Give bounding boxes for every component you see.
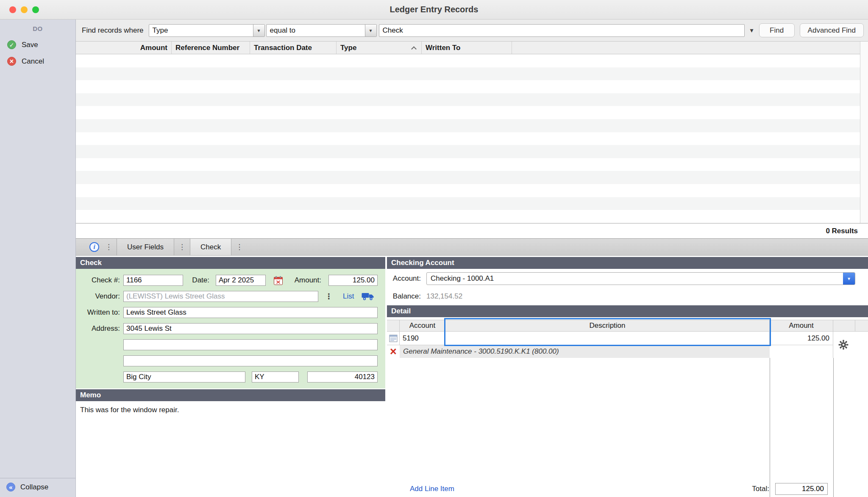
balance-label: Balance:	[390, 292, 421, 301]
line-item-amount-field[interactable]: 125.00	[770, 332, 833, 345]
detail-section-header: Detail	[387, 305, 868, 317]
table-row[interactable]	[76, 171, 868, 184]
check-section-header: Check	[76, 257, 385, 269]
column-divider	[770, 358, 770, 497]
collapse-button-label: Collapse	[20, 483, 48, 491]
sort-ascending-icon	[411, 46, 417, 52]
address-line3-field[interactable]	[123, 355, 378, 366]
spreadsheet-icon	[389, 335, 398, 342]
layout-tab-bar: i ⋮ User Fields ⋮ Check ⋮	[76, 239, 868, 256]
delete-line-item-cell: ×	[387, 345, 400, 358]
hint-row-amount-cell	[770, 345, 833, 358]
collapse-chevrons-icon: «	[6, 483, 15, 491]
results-scrollbar[interactable]	[860, 42, 868, 223]
table-row[interactable]	[76, 132, 868, 145]
save-button[interactable]: ✓ Save	[0, 36, 75, 53]
collapse-button[interactable]: « Collapse	[0, 478, 75, 497]
state-field[interactable]	[252, 371, 299, 383]
vertical-dots-icon: ⋮	[101, 239, 117, 255]
close-window-button[interactable]	[9, 6, 16, 13]
date-field[interactable]	[216, 275, 266, 286]
column-header-amount[interactable]: Amount	[76, 42, 172, 54]
calendar-icon[interactable]	[273, 276, 283, 285]
cancel-button[interactable]: × Cancel	[0, 53, 75, 70]
table-row[interactable]	[76, 93, 868, 106]
find-field-select[interactable]: Type ▾	[149, 24, 265, 37]
line-item-hint-row: × General Maintenance - 3000.5190.K.K1 (…	[387, 345, 868, 358]
vendor-list-link[interactable]: List	[343, 292, 354, 301]
checking-account-panel: Checking Account Account: Checking - 100…	[387, 257, 868, 497]
table-row[interactable]	[76, 158, 868, 171]
results-table-header: Amount Reference Number Transaction Date…	[76, 42, 868, 54]
find-button[interactable]: Find	[759, 23, 795, 37]
vertical-dots-icon: ⋮	[231, 239, 247, 255]
city-field[interactable]	[123, 371, 245, 383]
table-row[interactable]	[76, 210, 868, 223]
detail-header-icon-col	[387, 320, 400, 331]
find-operator-select[interactable]: equal to ▾	[266, 24, 377, 37]
line-item-detail-icon-cell[interactable]	[387, 332, 400, 345]
app-body: DO ✓ Save × Cancel « Collapse Find recor…	[0, 20, 868, 497]
find-value-input[interactable]	[379, 24, 745, 37]
results-count: 0 Results	[826, 227, 858, 235]
table-row[interactable]	[76, 145, 868, 158]
check-number-field[interactable]	[123, 275, 183, 286]
window-title: Ledger Entry Records	[0, 5, 868, 14]
zoom-window-button[interactable]	[32, 6, 39, 13]
info-badge[interactable]: i	[76, 239, 101, 255]
detail-footer: Add Line Item Total:	[387, 481, 868, 497]
tab-check-label: Check	[200, 243, 221, 251]
table-row[interactable]	[76, 80, 868, 93]
table-row[interactable]	[76, 106, 868, 119]
column-header-transaction-date[interactable]: Transaction Date	[250, 42, 337, 54]
table-row[interactable]	[76, 197, 868, 210]
zip-field[interactable]	[307, 371, 378, 383]
vendor-label: Vendor:	[76, 292, 123, 301]
check-number-label: Check #:	[76, 276, 123, 285]
amount-field[interactable]	[328, 275, 378, 286]
line-item-account-field[interactable]: 5190	[400, 332, 445, 345]
column-divider	[833, 358, 834, 497]
table-row[interactable]	[76, 67, 868, 81]
column-header-written-to[interactable]: Written To	[422, 42, 512, 54]
checking-account-section-header: Checking Account	[387, 257, 868, 269]
gear-icon[interactable]	[838, 339, 849, 350]
address-line2-field[interactable]	[123, 339, 378, 350]
balance-value: 132,154.52	[426, 292, 462, 301]
record-detail-panels: Check Check #: Date:	[76, 256, 868, 497]
memo-section-header: Memo	[76, 389, 385, 401]
total-label: Total:	[752, 485, 769, 493]
chevron-down-icon: ▾	[253, 25, 264, 36]
tab-check[interactable]: Check	[190, 239, 231, 255]
line-item-description-field[interactable]	[445, 332, 770, 345]
account-select[interactable]: Checking - 1000.A1 ▾	[426, 272, 855, 285]
truck-icon[interactable]	[362, 292, 374, 301]
account-label: Account:	[390, 274, 421, 283]
vendor-field[interactable]	[123, 291, 318, 302]
minimize-window-button[interactable]	[21, 6, 28, 13]
cancel-button-label: Cancel	[22, 57, 44, 66]
column-header-reference-number[interactable]: Reference Number	[172, 42, 250, 54]
add-line-item-link[interactable]: Add Line Item	[410, 485, 454, 493]
written-to-field[interactable]	[123, 307, 378, 318]
column-header-type-label: Type	[340, 44, 356, 52]
results-rows	[76, 54, 868, 223]
table-row[interactable]	[76, 184, 868, 197]
detail-table-body: Add Line Item Total:	[387, 358, 868, 497]
date-label: Date:	[183, 276, 212, 285]
find-field-select-value: Type	[149, 25, 253, 36]
traffic-lights	[0, 6, 39, 13]
delete-line-item-icon[interactable]: ×	[390, 346, 397, 357]
column-header-type[interactable]: Type	[337, 42, 422, 54]
window-titlebar: Ledger Entry Records	[0, 0, 868, 20]
sidebar-spacer	[0, 70, 75, 478]
advanced-find-button[interactable]: Advanced Find	[800, 23, 864, 37]
saved-finds-dropdown-icon[interactable]: ▾	[750, 26, 754, 34]
table-row[interactable]	[76, 119, 868, 132]
address-line1-field[interactable]	[123, 323, 378, 334]
memo-field[interactable]: This was for the window repair.	[76, 401, 385, 497]
table-row[interactable]	[76, 54, 868, 67]
account-hint-text: General Maintenance - 3000.5190.K.K1 (80…	[400, 345, 770, 358]
account-select-value: Checking - 1000.A1	[427, 273, 843, 285]
tab-user-fields[interactable]: User Fields	[117, 239, 174, 255]
